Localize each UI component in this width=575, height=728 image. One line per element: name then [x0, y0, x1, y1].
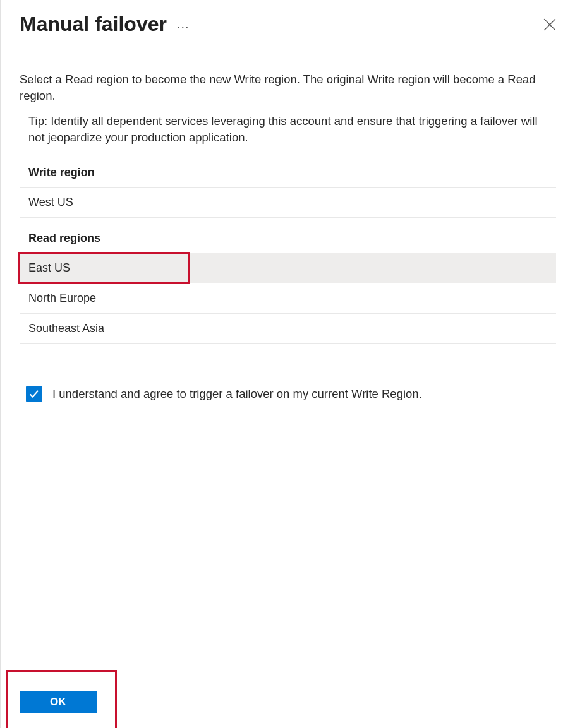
page-title: Manual failover: [20, 13, 167, 36]
more-button[interactable]: ···: [177, 16, 190, 33]
read-region-row[interactable]: East US: [20, 253, 556, 283]
read-region-label: East US: [28, 261, 70, 274]
header-left: Manual failover ···: [20, 13, 190, 36]
read-region-row[interactable]: North Europe: [20, 283, 556, 314]
description-text: Select a Read region to become the new W…: [20, 71, 556, 104]
panel-content: Select a Read region to become the new W…: [15, 41, 561, 676]
confirm-row: I understand and agree to trigger a fail…: [20, 358, 556, 402]
read-region-label: North Europe: [28, 292, 96, 304]
panel-header: Manual failover ···: [15, 0, 561, 41]
read-region-row[interactable]: Southeast Asia: [20, 314, 556, 344]
confirm-checkbox[interactable]: [26, 386, 42, 402]
write-region-section: Write region West US: [20, 166, 556, 218]
read-regions-section: Read regions East US North Europe Southe…: [20, 232, 556, 344]
confirm-text: I understand and agree to trigger a fail…: [52, 387, 422, 401]
close-button[interactable]: [543, 18, 556, 31]
ok-button[interactable]: OK: [20, 691, 97, 713]
checkmark-icon: [28, 388, 40, 400]
write-region-header: Write region: [20, 166, 556, 188]
close-icon: [543, 18, 556, 31]
panel-footer: OK: [15, 676, 561, 728]
tip-text: Tip: Identify all dependent services lev…: [20, 113, 556, 146]
read-region-label: Southeast Asia: [28, 322, 104, 335]
write-region-row: West US: [20, 188, 556, 218]
manual-failover-panel: Manual failover ··· Select a Read region…: [1, 0, 575, 728]
read-regions-header: Read regions: [20, 232, 556, 253]
